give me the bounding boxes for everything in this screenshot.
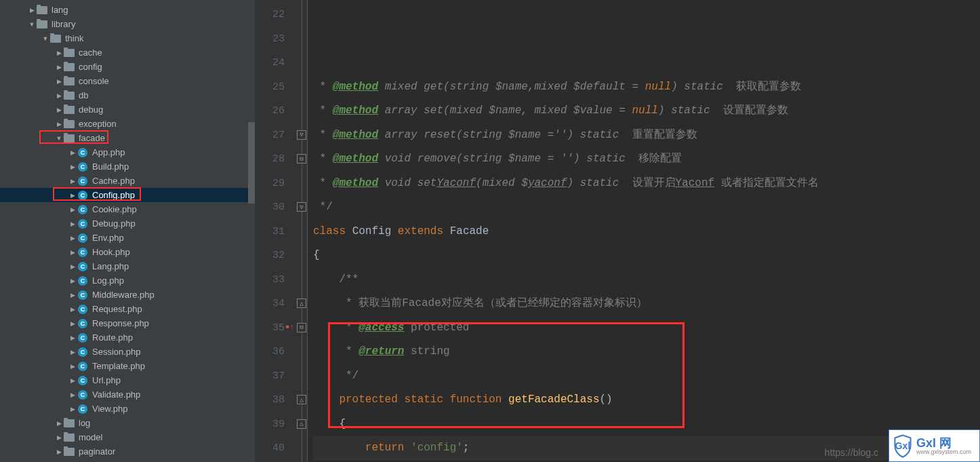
code-line[interactable]: * @method array reset(string $name ='') … — [313, 123, 980, 148]
chevron-right-icon[interactable] — [68, 149, 77, 156]
tree-folder[interactable]: think — [0, 31, 255, 45]
tree-file[interactable]: Config.php — [0, 188, 255, 202]
chevron-right-icon[interactable] — [54, 121, 64, 128]
tree-file[interactable]: Request.php — [0, 302, 255, 316]
chevron-right-icon[interactable] — [68, 349, 77, 355]
tree-folder[interactable]: cache — [0, 45, 255, 60]
tree-folder[interactable]: debug — [0, 102, 255, 117]
chevron-right-icon[interactable] — [54, 107, 64, 113]
code-line[interactable]: */ — [313, 364, 980, 389]
tree-folder[interactable]: exception — [0, 117, 255, 131]
fold-marker-icon[interactable]: △ — [297, 395, 306, 404]
tree-file[interactable]: Debug.php — [0, 216, 255, 231]
code-line[interactable]: * @method void setYaconf(mixed $yaconf) … — [313, 172, 980, 196]
tree-item-label: cache — [79, 47, 102, 58]
php-file-icon — [77, 261, 88, 272]
chevron-down-icon[interactable] — [27, 21, 37, 28]
fold-marker-icon[interactable]: △ — [297, 419, 306, 429]
fold-marker-icon[interactable]: ▽ — [297, 202, 306, 212]
chevron-right-icon[interactable] — [68, 263, 77, 270]
chevron-right-icon[interactable] — [68, 306, 77, 313]
chevron-right-icon[interactable] — [54, 448, 64, 455]
tree-file[interactable]: Cookie.php — [0, 202, 255, 216]
chevron-right-icon[interactable] — [68, 277, 77, 284]
tree-file[interactable]: Url.php — [0, 373, 255, 387]
fold-marker-icon[interactable]: ⊟ — [297, 154, 306, 163]
chevron-right-icon[interactable] — [54, 50, 64, 56]
tree-file[interactable]: Session.php — [0, 345, 255, 359]
code-line[interactable]: * 获取当前Facade对应类名（或者已经绑定的容器对象标识） — [313, 292, 980, 316]
tree-file[interactable]: Validate.php — [0, 387, 255, 402]
chevron-right-icon[interactable] — [68, 363, 77, 370]
chevron-right-icon[interactable] — [54, 78, 64, 85]
tree-folder[interactable]: library — [0, 17, 255, 31]
code-line[interactable]: /** — [313, 268, 980, 292]
chevron-right-icon[interactable] — [68, 178, 77, 185]
tree-file[interactable]: Cache.php — [0, 174, 255, 188]
tree-file[interactable]: View.php — [0, 402, 255, 416]
code-line[interactable]: { — [313, 244, 980, 268]
tree-file[interactable]: Template.php — [0, 359, 255, 373]
fold-column[interactable]: ▽⊟▽△⊟△△ — [297, 0, 308, 462]
chevron-right-icon[interactable] — [68, 406, 77, 412]
code-line[interactable]: */ — [313, 195, 980, 220]
chevron-right-icon[interactable] — [54, 64, 64, 71]
code-area[interactable]: * @method mixed get(string $name,mixed $… — [308, 0, 980, 462]
tree-file[interactable]: Log.php — [0, 273, 255, 288]
code-line[interactable]: * @method array set(mixed $name, mixed $… — [313, 99, 980, 123]
sidebar-scrollbar[interactable] — [248, 0, 255, 462]
fold-marker-icon[interactable]: ⊟ — [297, 323, 306, 332]
tree-item-label: Response.php — [92, 318, 149, 328]
fold-marker-icon[interactable]: ▽ — [297, 130, 306, 140]
code-line[interactable]: * @method void remove(string $name = '')… — [313, 147, 980, 172]
tree-folder[interactable]: log — [0, 416, 255, 430]
tree-file[interactable]: Response.php — [0, 316, 255, 330]
tree-file[interactable]: Env.php — [0, 231, 255, 245]
tree-folder[interactable]: model — [0, 430, 255, 444]
code-editor[interactable]: 2223242526272829303132333435●↑3637383940… — [255, 0, 980, 462]
php-file-icon — [77, 247, 88, 258]
tree-folder[interactable]: db — [0, 88, 255, 102]
chevron-right-icon[interactable] — [54, 434, 64, 441]
chevron-right-icon[interactable] — [54, 92, 64, 99]
code-line[interactable]: * @method mixed get(string $name,mixed $… — [313, 75, 980, 100]
tree-file[interactable]: Hook.php — [0, 245, 255, 259]
tree-folder[interactable]: paginator — [0, 444, 255, 459]
chevron-right-icon[interactable] — [68, 235, 77, 242]
code-line[interactable]: class Config extends Facade — [313, 220, 980, 244]
line-number: 24 — [255, 51, 285, 75]
chevron-right-icon[interactable] — [68, 292, 77, 299]
chevron-down-icon[interactable] — [54, 135, 64, 142]
tree-folder[interactable]: config — [0, 60, 255, 74]
chevron-right-icon[interactable] — [68, 320, 77, 327]
tree-file[interactable]: App.php — [0, 145, 255, 159]
project-tree-sidebar[interactable]: langlibrarythinkcacheconfigconsoledbdebu… — [0, 0, 255, 462]
code-line[interactable]: protected static function getFacadeClass… — [313, 388, 980, 412]
chevron-right-icon[interactable] — [68, 220, 77, 227]
tree-file[interactable]: Lang.php — [0, 259, 255, 273]
fold-marker-icon[interactable]: △ — [297, 299, 306, 308]
code-line[interactable]: { — [313, 412, 980, 437]
chevron-right-icon[interactable] — [68, 163, 77, 170]
tree-folder[interactable]: facade — [0, 131, 255, 145]
chevron-down-icon[interactable] — [41, 35, 50, 42]
chevron-right-icon[interactable] — [68, 249, 77, 256]
chevron-right-icon[interactable] — [68, 334, 77, 341]
tree-file[interactable]: Middleware.php — [0, 288, 255, 302]
chevron-right-icon[interactable] — [68, 192, 77, 199]
sidebar-scroll-thumb[interactable] — [248, 122, 255, 204]
tree-file[interactable]: Build.php — [0, 159, 255, 174]
tree-item-label: App.php — [92, 147, 125, 157]
chevron-right-icon[interactable] — [68, 377, 77, 384]
chevron-right-icon[interactable] — [68, 391, 77, 398]
code-line[interactable]: return 'config'; — [313, 436, 980, 461]
folder-icon — [64, 47, 75, 58]
tree-folder[interactable]: console — [0, 74, 255, 88]
tree-file[interactable]: Route.php — [0, 330, 255, 345]
code-line[interactable]: * @return string — [313, 340, 980, 364]
tree-folder[interactable]: lang — [0, 3, 255, 17]
code-line[interactable]: * @access protected — [313, 316, 980, 341]
chevron-right-icon[interactable] — [54, 420, 64, 427]
chevron-right-icon[interactable] — [68, 206, 77, 213]
chevron-right-icon[interactable] — [27, 7, 37, 14]
